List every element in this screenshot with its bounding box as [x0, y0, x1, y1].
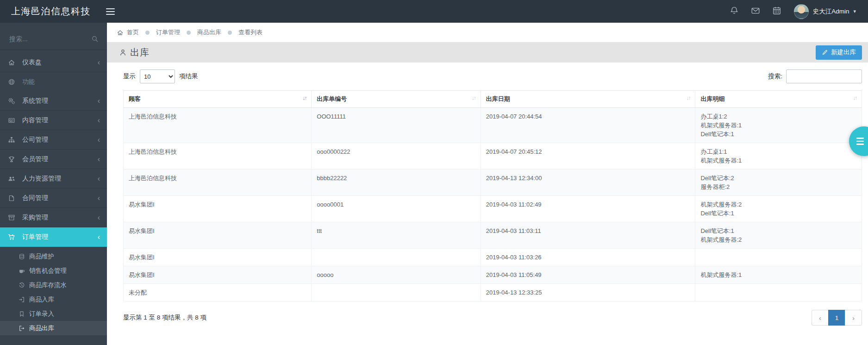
chevron-left-icon: ‹ — [98, 175, 100, 182]
sidebar-subitem-inventory-flow[interactable]: 商品库存流水 — [0, 278, 107, 292]
user-icon — [119, 49, 127, 56]
sidebar-subitem-label: 订单录入 — [29, 310, 54, 318]
cell-details — [695, 284, 862, 301]
cell-details: 机架式服务器:1 — [695, 266, 862, 284]
sort-icon[interactable]: ↓↑ — [853, 95, 856, 101]
table-row: 易水集团Ittt2019-04-03 11:03:11Dell笔记本:1机架式服… — [124, 222, 862, 249]
breadcrumb-item-2[interactable]: 订单管理 — [156, 28, 180, 37]
sidebar-subitem-product-maintenance[interactable]: 商品维护 — [0, 249, 107, 263]
detail-line: Dell笔记本:1 — [700, 209, 856, 218]
column-label: 出库单编号 — [317, 95, 347, 102]
cell-date: 2019-04-13 12:34:00 — [481, 169, 695, 196]
sidebar-item-label: 订单管理 — [22, 233, 48, 241]
chevron-left-icon: ‹ — [98, 233, 100, 241]
sidebar-item-member-mgmt[interactable]: 会员管理‹ — [0, 150, 107, 169]
breadcrumb-item-4[interactable]: 查看列表 — [238, 28, 262, 37]
column-header-3[interactable]: 出库日期↓↑ — [481, 91, 695, 108]
column-label: 顾客 — [129, 95, 141, 102]
cell-date: 2019-04-13 12:33:25 — [481, 284, 695, 301]
page-size-select[interactable]: 10 — [140, 69, 175, 83]
chevron-left-icon: ‹ — [98, 214, 100, 221]
sidebar-subitem-order-entry[interactable]: 订单录入 — [0, 307, 107, 321]
next-page-button[interactable]: › — [845, 310, 862, 326]
column-header-4[interactable]: 出库明细↓↑ — [695, 91, 862, 108]
bookmark-icon — [19, 311, 29, 317]
table-row: 易水集团I2019-04-03 11:03:26 — [124, 249, 862, 266]
avatar — [794, 4, 809, 19]
sidebar-subitem-label: 商品库存流水 — [29, 281, 67, 289]
sidebar-subitem-sales-opportunity[interactable]: 销售机会管理 — [0, 263, 107, 278]
sidebar-subitem-product-outbound[interactable]: 商品出库 — [0, 321, 107, 335]
sidebar-item-system-mgmt[interactable]: 系统管理‹ — [0, 91, 107, 111]
content: 显示 10 项结果 搜索: 顾客↓↑出库单编号↓↑出库日期↓↑出库明细↓↑ 上海… — [107, 63, 868, 345]
page-1-button[interactable]: 1 — [828, 310, 845, 326]
sitemap-icon — [8, 136, 19, 144]
sidebar-item-label: 公司管理 — [22, 136, 48, 144]
sidebar-item-label: 合同管理 — [22, 194, 48, 202]
history-icon — [19, 282, 29, 289]
table-row: 易水集团Iooooo2019-04-03 11:05:49机架式服务器:1 — [124, 266, 862, 284]
sidebar-subitem-label: 商品入库 — [29, 295, 54, 304]
sidebar-item-label: 内容管理 — [22, 116, 48, 125]
user-name: 史大江Admin — [813, 7, 849, 16]
column-header-1[interactable]: 顾客↓↑ — [124, 91, 312, 108]
new-outbound-button[interactable]: 新建出库 — [816, 45, 862, 60]
cell-date: 2019-04-03 11:05:49 — [481, 266, 695, 284]
main-area: 首页订单管理商品出库查看列表 出库 新建出库 显示 10 项结果 搜索: — [107, 23, 868, 345]
hamburger-icon[interactable] — [103, 6, 118, 18]
cell-details: 办工桌1:2机架式服务器:1Dell笔记本:1 — [695, 108, 862, 143]
brand-logo[interactable]: 上海邑泊信息科技 — [0, 5, 91, 18]
cell-customer: 易水集团I — [124, 249, 312, 266]
gears-icon — [8, 97, 19, 105]
prev-page-button[interactable]: ‹ — [812, 310, 829, 326]
sort-icon[interactable]: ↓↑ — [472, 95, 475, 101]
cell-order-no — [312, 249, 481, 266]
sidebar-item-company-mgmt[interactable]: 公司管理‹ — [0, 130, 107, 150]
sidebar-subitem-product-inbound[interactable]: 商品入库 — [0, 292, 107, 307]
breadcrumb-separator-dot — [228, 31, 232, 35]
sidebar-item-label: 人力资源管理 — [22, 175, 61, 183]
app-body: 仪表盘‹功能系统管理‹内容管理‹公司管理‹会员管理‹人力资源管理‹合同管理‹采购… — [0, 23, 868, 345]
user-menu[interactable]: 史大江Admin ▾ — [787, 4, 868, 19]
sidebar-item-label: 会员管理 — [22, 155, 48, 163]
column-header-2[interactable]: 出库单编号↓↑ — [312, 91, 481, 108]
menu-icon — [856, 138, 864, 144]
cell-date: 2019-04-03 11:02:49 — [481, 196, 695, 222]
sidebar-item-order-mgmt[interactable]: 订单管理‹ — [0, 227, 107, 247]
sort-icon[interactable]: ↓↑ — [302, 95, 306, 101]
page-size-control: 显示 10 项结果 — [123, 69, 198, 83]
cell-date: 2019-04-03 11:03:26 — [481, 249, 695, 266]
cell-order-no: bbbb22222 — [312, 169, 481, 196]
globe-icon — [8, 78, 19, 86]
table-search-label: 搜索: — [768, 72, 782, 81]
pencil-icon — [822, 49, 828, 56]
breadcrumb-item-3[interactable]: 商品出库 — [197, 28, 221, 37]
calendar-icon — [772, 6, 781, 17]
coffee-icon — [19, 268, 29, 274]
outbound-table: 顾客↓↑出库单编号↓↑出库日期↓↑出库明细↓↑ 上海邑泊信息科技OOO11111… — [123, 90, 862, 301]
signout-icon — [19, 325, 29, 332]
pagination: ‹ 1 › — [812, 310, 862, 326]
calendar-button[interactable] — [766, 0, 787, 23]
sidebar-item-dashboard[interactable]: 仪表盘‹ — [0, 53, 107, 72]
envelope-icon — [751, 6, 760, 17]
sidebar-item-contract-mgmt[interactable]: 合同管理‹ — [0, 188, 107, 208]
sidebar-item-hr-mgmt[interactable]: 人力资源管理‹ — [0, 169, 107, 188]
cell-order-no: oooo0001 — [312, 196, 481, 222]
cell-order-no: OOO11111 — [312, 108, 481, 143]
sort-icon[interactable]: ↓↑ — [686, 95, 690, 101]
new-outbound-label: 新建出库 — [831, 48, 856, 56]
users-icon — [8, 175, 19, 182]
sidebar-search-input[interactable] — [8, 35, 88, 43]
sidebar-item-label: 系统管理 — [22, 97, 48, 105]
notifications-button[interactable] — [724, 0, 745, 23]
breadcrumb-item-1[interactable]: 首页 — [127, 28, 139, 37]
sidebar-item-content-mgmt[interactable]: 内容管理‹ — [0, 111, 107, 130]
search-icon[interactable] — [91, 35, 99, 43]
cell-details — [695, 249, 862, 266]
table-controls: 显示 10 项结果 搜索: — [123, 69, 862, 83]
table-search-input[interactable] — [786, 69, 862, 83]
signin-icon — [19, 296, 29, 303]
sidebar-item-purchase-mgmt[interactable]: 采购管理‹ — [0, 208, 107, 227]
messages-button[interactable] — [745, 0, 766, 23]
